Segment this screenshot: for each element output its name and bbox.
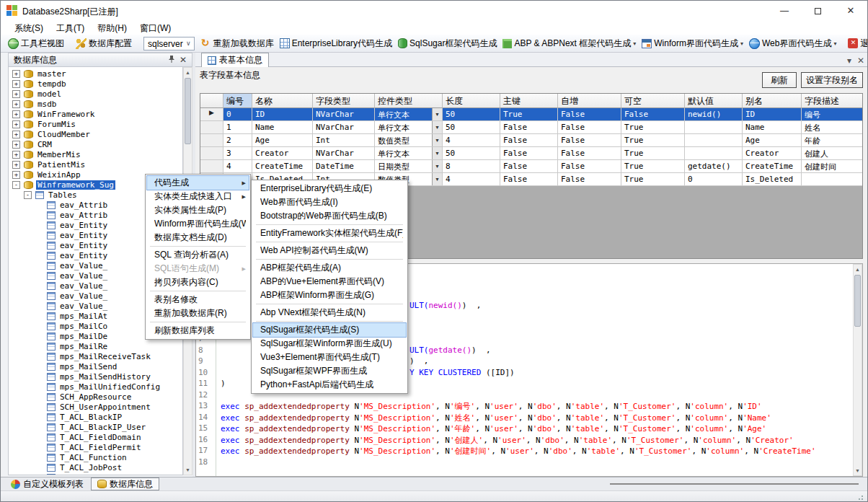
grid-cell[interactable] bbox=[685, 121, 743, 134]
tree-db-item[interactable]: +model bbox=[9, 89, 182, 99]
tree-db-item[interactable]: +msdb bbox=[9, 99, 182, 109]
scroll-down-icon[interactable]: ▼ bbox=[854, 466, 862, 475]
grid-col-header[interactable]: 自增 bbox=[558, 94, 621, 108]
grid-cell[interactable]: False bbox=[500, 160, 558, 173]
submenu-item[interactable]: Vue3+Element界面代码生成(T) bbox=[253, 351, 406, 364]
grid-cell[interactable]: False bbox=[500, 147, 558, 160]
grid-cell[interactable] bbox=[685, 147, 743, 160]
grid-cell[interactable]: ID bbox=[743, 108, 802, 121]
table-row[interactable]: ▶0IDNVarChar单行文本▼50TrueFalseFalsenewid()… bbox=[200, 108, 862, 121]
menubar-item[interactable]: 帮助(H) bbox=[91, 21, 133, 35]
row-selector[interactable] bbox=[200, 160, 223, 173]
expand-icon[interactable]: + bbox=[12, 70, 20, 78]
tree-db-item[interactable]: +ForumMis bbox=[9, 119, 182, 129]
grid-cell[interactable]: True bbox=[621, 121, 685, 134]
expand-icon[interactable]: + bbox=[12, 171, 20, 179]
grid-cell[interactable]: False bbox=[558, 147, 621, 160]
grid-col-header[interactable]: 长度 bbox=[443, 94, 500, 108]
pin-button[interactable] bbox=[166, 55, 177, 66]
tree-table-item[interactable]: mps_MailSend bbox=[9, 361, 182, 371]
toolbar-button-exit[interactable]: 退出 bbox=[846, 36, 868, 51]
row-selector[interactable] bbox=[200, 134, 223, 147]
toolbar-button-toolbar-view[interactable]: 工具栏视图 bbox=[6, 36, 66, 51]
grid-cell[interactable]: NVarChar bbox=[313, 108, 375, 121]
grid-cell[interactable]: 单行文本▼ bbox=[375, 108, 443, 121]
grid-cell[interactable]: NVarChar bbox=[313, 147, 375, 160]
chevron-down-icon[interactable]: ▼ bbox=[432, 147, 442, 159]
expand-icon[interactable]: + bbox=[12, 100, 20, 108]
set-field-alias-button[interactable]: 设置字段别名 bbox=[801, 72, 863, 88]
grid-cell[interactable]: True bbox=[621, 173, 685, 186]
chevron-down-icon[interactable]: ▼ bbox=[432, 108, 442, 120]
grid-cell[interactable]: DateTime bbox=[313, 160, 375, 173]
grid-cell[interactable]: 年龄 bbox=[802, 134, 863, 147]
db-type-combobox[interactable]: sqlserver∨ bbox=[143, 37, 195, 50]
grid-cell[interactable]: Name bbox=[743, 121, 802, 134]
context-menu-item[interactable]: 实体类属性生成(P) bbox=[147, 203, 249, 217]
expand-icon[interactable]: + bbox=[12, 151, 20, 159]
submenu-item[interactable]: SqlSugar框架代码生成(S) bbox=[253, 323, 406, 337]
submenu-item[interactable]: SqlSugar框架Winform界面生成(U) bbox=[253, 337, 406, 351]
grid-cell[interactable]: 50 bbox=[443, 121, 500, 134]
grid-cell[interactable]: 编号 bbox=[802, 108, 863, 121]
grid-cell[interactable]: 单行文本▼ bbox=[375, 147, 443, 160]
grid-cell[interactable]: 0 bbox=[223, 108, 252, 121]
grid-cell[interactable]: 4 bbox=[443, 173, 500, 186]
grid-cell[interactable]: newid() bbox=[685, 108, 743, 121]
grid-col-header[interactable]: 可空 bbox=[621, 94, 685, 108]
grid-cell[interactable]: 数值类型▼ bbox=[375, 134, 443, 147]
chevron-down-icon[interactable]: ▼ bbox=[432, 134, 442, 146]
expand-icon[interactable]: + bbox=[12, 110, 20, 118]
grid-cell[interactable]: 0 bbox=[685, 173, 743, 186]
tree-table-item[interactable]: T_ACL_Function bbox=[9, 452, 182, 462]
resize-grip[interactable] bbox=[858, 493, 865, 501]
grid-cell[interactable]: NVarChar bbox=[313, 121, 375, 134]
expand-icon[interactable]: + bbox=[12, 80, 20, 88]
chevron-down-icon[interactable]: ∨ bbox=[183, 38, 194, 50]
context-menu-item[interactable]: SQL 查询分析器(A) bbox=[147, 248, 249, 262]
tab-close-icon[interactable]: ✕ bbox=[857, 56, 864, 66]
grid-cell[interactable]: 8 bbox=[443, 160, 500, 173]
tree-db-item[interactable]: +tempdb bbox=[9, 79, 182, 89]
tree-table-item[interactable]: T_ACL_FieldDomain bbox=[9, 432, 182, 442]
submenu-item[interactable]: Web API控制器代码生成(W) bbox=[253, 244, 406, 257]
grid-cell[interactable]: Age bbox=[743, 134, 802, 147]
toolbar-button-db-config[interactable]: 数据库配置 bbox=[74, 36, 134, 51]
grid-cell[interactable]: False bbox=[621, 108, 685, 121]
tree-table-item[interactable]: SCH_UserAppointment bbox=[9, 402, 182, 412]
chevron-down-icon[interactable]: ▾ bbox=[740, 40, 743, 47]
table-row[interactable]: 4CreateTimeDateTime日期类型▼8FalseFalseTrueg… bbox=[200, 160, 862, 173]
bottom-tab-database-info[interactable]: 数据库信息 bbox=[91, 477, 159, 490]
scroll-up-icon[interactable]: ▲ bbox=[184, 68, 192, 77]
minimize-button[interactable]: — bbox=[768, 1, 801, 21]
close-button[interactable]: ✕ bbox=[834, 1, 867, 21]
grid-cell[interactable]: 日期类型▼ bbox=[375, 160, 443, 173]
grid-cell[interactable]: Is_Deleted bbox=[743, 173, 802, 186]
grid-cell[interactable]: False bbox=[558, 173, 621, 186]
tab-table-basic-info[interactable]: 表基本信息 bbox=[201, 53, 269, 67]
tree-db-item[interactable]: +MemberMis bbox=[9, 149, 182, 159]
grid-cell[interactable]: 3 bbox=[223, 147, 252, 160]
grid-col-header[interactable]: 控件类型 bbox=[375, 94, 443, 108]
chevron-down-icon[interactable]: ▼ bbox=[432, 121, 442, 133]
grid-cell[interactable]: True bbox=[500, 108, 558, 121]
tree-table-item[interactable]: mps_MailReceiveTask bbox=[9, 351, 182, 361]
chevron-down-icon[interactable]: ▼ bbox=[432, 160, 442, 172]
submenu-item[interactable]: ABP的Vue+Element界面代码(V) bbox=[253, 275, 406, 289]
collapse-icon[interactable]: - bbox=[24, 191, 32, 199]
submenu-item[interactable]: Bootstrap的Web界面代码生成(B) bbox=[253, 209, 406, 223]
grid-col-header[interactable]: 字段描述 bbox=[802, 94, 863, 108]
grid-cell[interactable]: 姓名 bbox=[802, 121, 863, 134]
scroll-down-icon[interactable]: ▼ bbox=[184, 465, 192, 475]
scrollbar-thumb[interactable] bbox=[185, 78, 191, 144]
menubar-item[interactable]: 窗口(W) bbox=[133, 21, 177, 35]
grid-cell[interactable]: 2 bbox=[223, 134, 252, 147]
tree-table-item[interactable]: T_ACL_BlackIP bbox=[9, 412, 182, 422]
menubar-item[interactable]: 系统(S) bbox=[8, 21, 50, 35]
grid-cell[interactable]: 50 bbox=[443, 108, 500, 121]
grid-cell[interactable]: Creator bbox=[252, 147, 313, 160]
chevron-down-icon[interactable]: ▾ bbox=[833, 40, 836, 47]
tree-db-item[interactable]: +master bbox=[9, 69, 182, 79]
panel-close-button[interactable]: ✕ bbox=[177, 55, 189, 65]
grid-cell[interactable]: CreateTime bbox=[252, 160, 313, 173]
